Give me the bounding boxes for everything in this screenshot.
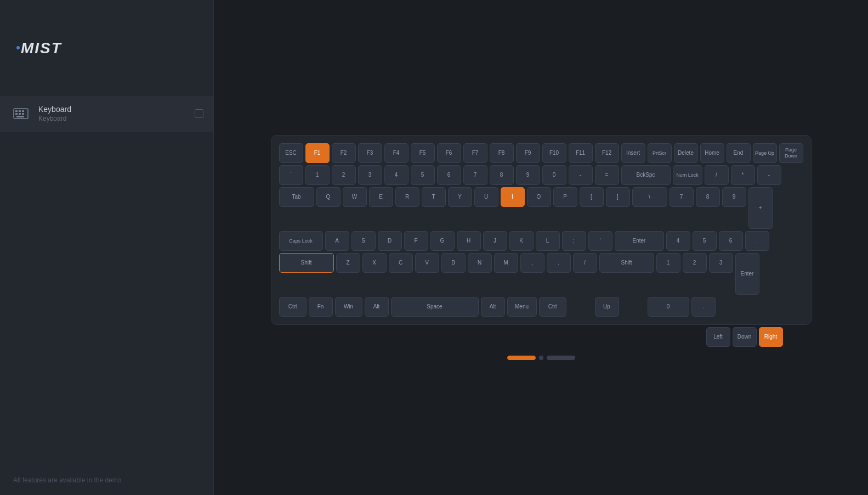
key-pagedown[interactable]: Page Down (779, 143, 803, 163)
sidebar-item-keyboard[interactable]: Keyboard Keyboard (0, 96, 213, 132)
key-w[interactable]: W (343, 187, 367, 207)
key-f3[interactable]: F3 (358, 143, 382, 163)
key-o[interactable]: O (527, 187, 551, 207)
key-2[interactable]: 2 (332, 165, 356, 185)
key-k[interactable]: K (509, 231, 534, 251)
key-backslash[interactable]: \ (632, 187, 667, 207)
key-tab[interactable]: Tab (279, 187, 314, 207)
key-f7[interactable]: F7 (463, 143, 487, 163)
key-comma[interactable]: , (520, 253, 544, 273)
key-l[interactable]: L (536, 231, 560, 251)
key-u[interactable]: U (474, 187, 498, 207)
nav-dot-2[interactable] (539, 356, 543, 360)
key-f11[interactable]: F11 (569, 143, 593, 163)
key-shift-left[interactable]: Shift (279, 253, 334, 273)
key-num-minus[interactable]: - (757, 165, 781, 185)
key-end[interactable]: End (727, 143, 751, 163)
key-num1[interactable]: 1 (656, 253, 680, 273)
key-5[interactable]: 5 (411, 165, 435, 185)
key-0[interactable]: 0 (542, 165, 566, 185)
key-c[interactable]: C (389, 253, 413, 273)
key-f4[interactable]: F4 (384, 143, 409, 163)
key-capslock[interactable]: Caps Lock (279, 231, 323, 251)
key-f9[interactable]: F9 (516, 143, 540, 163)
key-num-dot[interactable]: . (691, 297, 716, 317)
key-quote[interactable]: ' (588, 231, 612, 251)
key-right[interactable]: Right (759, 327, 783, 347)
key-ctrl-right[interactable]: Ctrl (539, 297, 566, 317)
key-r[interactable]: R (395, 187, 419, 207)
key-i[interactable]: I (501, 187, 525, 207)
key-enter[interactable]: Enter (615, 231, 664, 251)
key-f5[interactable]: F5 (411, 143, 435, 163)
key-equals[interactable]: = (595, 165, 619, 185)
key-down[interactable]: Down (733, 327, 757, 347)
key-e[interactable]: E (369, 187, 393, 207)
key-4[interactable]: 4 (384, 165, 409, 185)
key-delete[interactable]: Delete (674, 143, 698, 163)
nav-dot-1[interactable] (507, 356, 536, 360)
key-alt-left[interactable]: Alt (365, 297, 389, 317)
key-num7[interactable]: 7 (670, 187, 694, 207)
key-space[interactable]: Space (391, 297, 479, 317)
key-numlock[interactable]: Num Lock (673, 165, 702, 185)
key-j[interactable]: J (483, 231, 507, 251)
key-num-plus[interactable]: + (748, 187, 773, 229)
key-num2[interactable]: 2 (683, 253, 707, 273)
nav-dot-3[interactable] (547, 356, 575, 360)
key-num8[interactable]: 8 (696, 187, 720, 207)
sidebar-item-checkbox[interactable] (195, 109, 203, 118)
key-q[interactable]: Q (316, 187, 341, 207)
key-m[interactable]: M (494, 253, 518, 273)
key-v[interactable]: V (415, 253, 439, 273)
key-num-dot-right[interactable]: . (745, 231, 769, 251)
key-a[interactable]: A (325, 231, 349, 251)
key-rbracket[interactable]: ] (606, 187, 630, 207)
key-f8[interactable]: F8 (490, 143, 514, 163)
key-home[interactable]: Home (700, 143, 724, 163)
key-h[interactable]: H (457, 231, 481, 251)
key-d[interactable]: D (378, 231, 402, 251)
key-period[interactable]: . (547, 253, 571, 273)
key-8[interactable]: 8 (490, 165, 514, 185)
key-f10[interactable]: F10 (542, 143, 566, 163)
key-6[interactable]: 6 (437, 165, 461, 185)
key-n[interactable]: N (468, 253, 492, 273)
key-num3[interactable]: 3 (709, 253, 733, 273)
key-y[interactable]: Y (448, 187, 472, 207)
key-left[interactable]: Left (706, 327, 730, 347)
key-3[interactable]: 3 (358, 165, 382, 185)
key-7[interactable]: 7 (463, 165, 487, 185)
key-x[interactable]: X (362, 253, 387, 273)
key-backspace[interactable]: BckSpc (621, 165, 671, 185)
key-num6[interactable]: 6 (719, 231, 743, 251)
key-9[interactable]: 9 (516, 165, 540, 185)
key-pageup[interactable]: Page Up (753, 143, 777, 163)
key-semicolon[interactable]: ; (562, 231, 586, 251)
key-ctrl-left[interactable]: Ctrl (279, 297, 307, 317)
key-num-asterisk[interactable]: * (731, 165, 755, 185)
key-f6[interactable]: F6 (437, 143, 461, 163)
key-up[interactable]: Up (595, 297, 619, 317)
key-esc[interactable]: ESC (279, 143, 303, 163)
key-g[interactable]: G (430, 231, 455, 251)
key-num5[interactable]: 5 (693, 231, 717, 251)
key-alt-right[interactable]: Alt (481, 297, 505, 317)
key-num-enter[interactable]: Enter (735, 253, 759, 295)
key-num4[interactable]: 4 (666, 231, 690, 251)
key-win[interactable]: Win (335, 297, 362, 317)
key-f12[interactable]: F12 (595, 143, 619, 163)
key-t[interactable]: T (422, 187, 446, 207)
key-1[interactable]: 1 (305, 165, 330, 185)
key-num9[interactable]: 9 (722, 187, 746, 207)
key-f1[interactable]: F1 (305, 143, 330, 163)
key-minus[interactable]: - (569, 165, 593, 185)
key-f[interactable]: F (404, 231, 428, 251)
key-num0[interactable]: 0 (648, 297, 689, 317)
key-lbracket[interactable]: [ (580, 187, 604, 207)
key-b[interactable]: B (441, 253, 466, 273)
key-fn[interactable]: Fn (309, 297, 333, 317)
key-shift-right[interactable]: Shift (599, 253, 654, 273)
key-backtick[interactable]: ` (279, 165, 303, 185)
key-p[interactable]: P (553, 187, 577, 207)
